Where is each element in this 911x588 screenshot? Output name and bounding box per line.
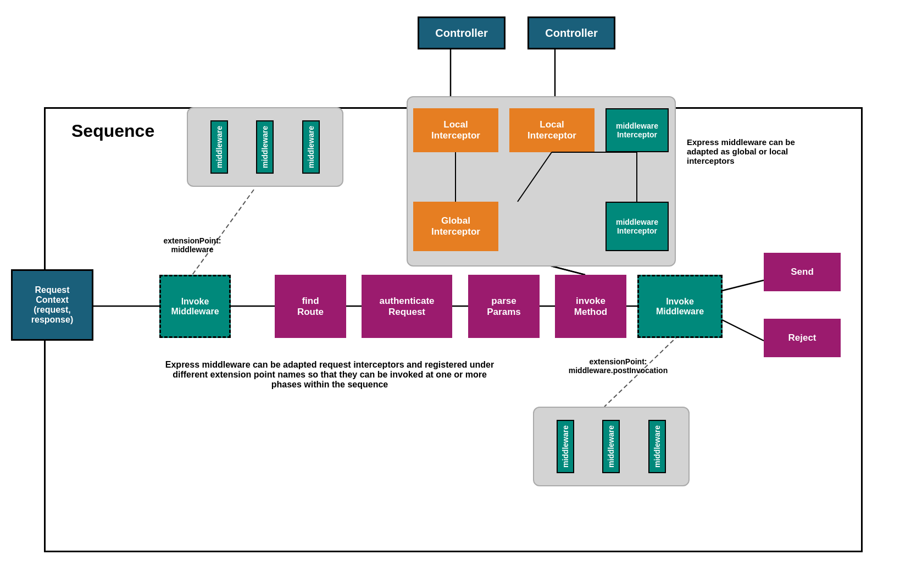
- top-middleware-3: middleware: [302, 120, 320, 174]
- diagram-container: Sequence Request Context (request, respo…: [0, 0, 911, 588]
- middleware-interceptor-2: middlewareInterceptor: [606, 202, 669, 251]
- invoke-middleware-1: InvokeMiddleware: [159, 275, 231, 338]
- invoke-method-box: invokeMethod: [555, 275, 626, 338]
- local-interceptor-2: LocalInterceptor: [509, 108, 595, 152]
- bottom-middleware-2: middleware: [602, 420, 620, 473]
- local-interceptor-1: LocalInterceptor: [413, 108, 498, 152]
- send-box: Send: [764, 253, 841, 291]
- middleware-interceptor-1: middlewareInterceptor: [606, 108, 669, 152]
- authenticate-request-box: authenticateRequest: [362, 275, 452, 338]
- request-context-box: Request Context (request, response): [11, 269, 93, 341]
- controller-box-2: Controller: [527, 16, 615, 49]
- ext-point-post: extensionPoint: middleware.postInvocatio…: [555, 357, 681, 375]
- interceptor-group: LocalInterceptor LocalInterceptor middle…: [407, 96, 676, 267]
- controller-box-1: Controller: [418, 16, 506, 49]
- svg-line-22: [518, 152, 552, 202]
- ext-point-middleware: extensionPoint: middleware: [148, 236, 236, 254]
- invoke-middleware-2: InvokeMiddleware: [637, 275, 723, 338]
- reject-box: Reject: [764, 319, 841, 357]
- middleware-annotation: Express middleware can be adapted reques…: [159, 360, 500, 390]
- top-middleware-group: middleware middleware middleware: [187, 107, 343, 187]
- parse-params-box: parseParams: [468, 275, 540, 338]
- top-middleware-2: middleware: [256, 120, 274, 174]
- find-route-box: findRoute: [275, 275, 346, 338]
- top-middleware-1: middleware: [210, 120, 228, 174]
- bottom-middleware-1: middleware: [557, 420, 574, 473]
- global-interceptor: GlobalInterceptor: [413, 202, 498, 251]
- interceptors-annotation: Express middleware can be adapted as glo…: [687, 137, 797, 165]
- bottom-middleware-group: middleware middleware middleware: [533, 407, 690, 486]
- bottom-middleware-3: middleware: [648, 420, 666, 473]
